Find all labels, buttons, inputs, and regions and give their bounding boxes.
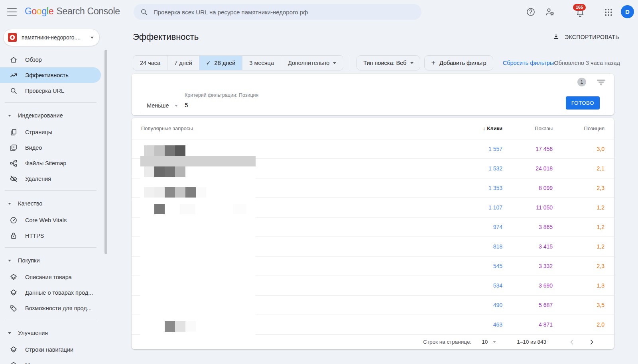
last-updated-text: Обновлено 3 часа назад [554, 60, 620, 66]
sidebar-section-label: Покупки [18, 257, 40, 264]
tab-28d[interactable]: ✓28 дней [199, 56, 243, 70]
redacted-block [175, 321, 185, 332]
add-filter-label: Добавить фильтр [439, 60, 486, 66]
chevron-right-icon [588, 338, 596, 346]
search-input[interactable] [154, 9, 415, 16]
sidebar-item-label: Удаления [25, 176, 51, 182]
sidebar-item-sitemaps[interactable]: Файлы Sitemap [0, 155, 101, 171]
search-type-button[interactable]: Тип поиска: Веб [356, 55, 420, 70]
impressions-cell: 3 332 [502, 263, 553, 269]
sidebar-item-breadcrumbs[interactable]: Строки навигации [0, 342, 101, 357]
redacted-block [175, 187, 185, 198]
sidebar-item-url-inspection[interactable]: Проверка URL [0, 83, 101, 98]
sidebar-item-removals[interactable]: Удаления [0, 171, 101, 186]
notification-badge: 165 [573, 4, 586, 11]
redacted-block [165, 321, 175, 332]
column-header-queries[interactable]: Популярные запросы [141, 125, 452, 131]
previous-page-button[interactable] [567, 337, 577, 347]
sidebar-item-merchant-listings[interactable]: Данные о товарах прод... [0, 285, 101, 300]
impressions-cell: 5 687 [502, 302, 553, 308]
apps-grid-icon[interactable] [604, 8, 613, 17]
add-filter-button[interactable]: + Добавить фильтр [424, 55, 493, 70]
impressions-cell: 3 690 [502, 282, 553, 289]
sidebar-section-indexing[interactable]: Индексирование [0, 107, 101, 124]
sidebar-scrollbar[interactable] [104, 50, 107, 254]
search-type-label: Тип поиска: Веб [363, 60, 406, 66]
sidebar-item-https[interactable]: HTTPS [0, 228, 101, 243]
sidebar-section-experience[interactable]: Качество [0, 195, 101, 212]
help-icon[interactable] [526, 7, 536, 17]
sidebar-item-core-web-vitals[interactable]: Core Web Vitals [0, 212, 101, 228]
date-range-tabs: 24 часа 7 дней ✓28 дней 3 месяца Дополни… [133, 55, 343, 70]
column-header-position[interactable]: Позиция [553, 125, 605, 131]
impressions-cell: 8 099 [502, 185, 553, 191]
sidebar-section-enhancements[interactable]: Улучшения [0, 324, 101, 342]
speedometer-icon [10, 216, 18, 224]
column-header-impressions[interactable]: Показы [502, 125, 553, 131]
topbar: GoogleSearch Console 165 D [0, 0, 638, 24]
divider [5, 102, 96, 103]
filter-operator-dropdown[interactable]: Меньше [147, 102, 178, 109]
filter-list-icon[interactable] [597, 80, 605, 85]
sidebar-section-shopping[interactable]: Покупки [0, 252, 101, 269]
clicks-cell: 1 532 [452, 165, 502, 172]
tab-24h[interactable]: 24 часа [133, 56, 167, 70]
sidebar: памятники-недорого.... Обзор Эффективнос… [0, 24, 101, 364]
sidebar-item-product-snippets[interactable]: Описания товара [0, 269, 101, 285]
logo-letter: o [32, 6, 37, 16]
table-header-row: Популярные запросы ↓Клики Показы Позиция [132, 118, 614, 139]
plus-icon: + [431, 59, 435, 67]
filter-value-input[interactable]: 5 [185, 102, 188, 109]
layers-icon [10, 346, 18, 354]
sidebar-item-pages[interactable]: Страницы [0, 124, 101, 140]
menu-icon[interactable] [7, 8, 17, 16]
chevron-down-icon [175, 105, 178, 107]
impressions-cell: 3 865 [502, 224, 553, 230]
redacted-block [144, 187, 154, 198]
sidebar-item-label: HTTPS [25, 233, 44, 239]
impressions-cell: 11 050 [502, 204, 553, 211]
sidebar-item-events[interactable]: Мероприятия [0, 357, 101, 364]
property-selector[interactable]: памятники-недорого.... [3, 29, 100, 46]
tab-more-dates[interactable]: Дополнительно [281, 56, 343, 70]
app-logo: GoogleSearch Console [25, 6, 120, 17]
section-collapse-icon [8, 115, 11, 117]
sidebar-item-overview[interactable]: Обзор [0, 52, 101, 67]
sidebar-item-video[interactable]: Видео [0, 140, 101, 155]
impressions-cell: 24 018 [502, 165, 553, 172]
sidebar-item-label: Обзор [25, 57, 42, 63]
export-button[interactable]: ЭКСПОРТИРОВАТЬ [552, 33, 619, 41]
impressions-cell: 4 871 [502, 321, 553, 328]
chevron-down-icon [333, 62, 336, 64]
sidebar-item-label: Эффективность [25, 72, 69, 78]
next-page-button[interactable] [587, 337, 597, 347]
sidebar-item-label: Мероприятия [25, 362, 61, 364]
sidebar-item-shopping-opportunities[interactable]: Возможности для прод... [0, 300, 101, 316]
queries-table-card: Популярные запросы ↓Клики Показы Позиция… [132, 118, 614, 349]
avatar[interactable]: D [621, 5, 634, 18]
redacted-block [185, 321, 196, 332]
lock-icon [10, 232, 18, 240]
table-pagination: Строк на странице: 10 1–10 из 843 [132, 335, 614, 349]
sidebar-item-performance[interactable]: Эффективность [0, 67, 101, 83]
done-button[interactable]: ГОТОВО [566, 96, 600, 110]
redacted-block [154, 145, 165, 156]
position-cell: 2,0 [553, 321, 605, 328]
rows-per-page-dropdown[interactable]: 10 [482, 339, 496, 345]
logo-letter: e [49, 6, 54, 16]
column-header-clicks[interactable]: ↓Клики [452, 125, 502, 131]
tab-7d[interactable]: 7 дней [167, 56, 199, 70]
position-cell: 3,0 [553, 146, 605, 152]
divider [5, 320, 96, 320]
tab-label: 7 дней [174, 60, 192, 66]
url-inspect-searchbar[interactable] [134, 4, 421, 20]
redacted-block [154, 166, 165, 177]
reset-filters-link[interactable]: Сбросить фильтры [503, 60, 554, 66]
redacted-block [165, 166, 175, 177]
divider [5, 190, 96, 191]
sidebar-item-label: Файлы Sitemap [25, 160, 66, 166]
tab-3m[interactable]: 3 месяца [242, 56, 281, 70]
sidebar-nav: Обзор Эффективность Проверка URL Индекси… [0, 52, 101, 364]
redacted-block [144, 166, 154, 177]
user-settings-icon[interactable] [545, 7, 555, 17]
